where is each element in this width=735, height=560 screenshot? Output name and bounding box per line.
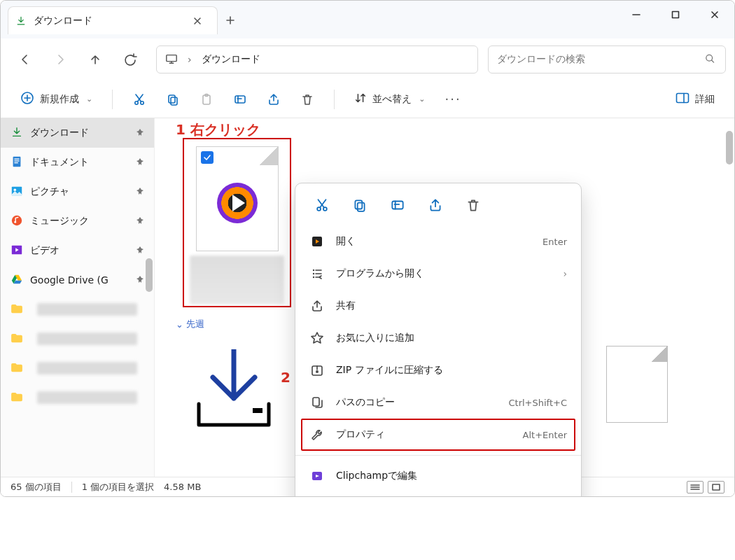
rename-button[interactable] — [226, 87, 254, 112]
status-size: 4.58 MB — [164, 482, 201, 492]
selected-file[interactable] — [183, 138, 291, 307]
sidebar-item-downloads[interactable]: ダウンロード — [1, 118, 154, 148]
context-cut-button[interactable] — [308, 193, 336, 217]
context-item-open[interactable]: 開く Enter — [295, 225, 581, 258]
sidebar-item-folder[interactable] — [1, 324, 154, 354]
chevron-down-icon: ⌄ — [86, 94, 92, 104]
sidebar-item-videos[interactable]: ビデオ — [1, 236, 154, 265]
wrench-icon — [309, 427, 325, 442]
selection-check-icon — [201, 151, 214, 164]
close-tab-button[interactable] — [188, 11, 207, 31]
context-item-label: 開く — [336, 235, 531, 248]
more-button[interactable]: ··· — [438, 87, 468, 112]
sidebar-item-folder[interactable] — [1, 354, 154, 383]
delete-button[interactable] — [293, 87, 321, 112]
group-header-last-week[interactable]: ⌄ 先週 — [176, 318, 204, 330]
svg-rect-0 — [673, 12, 679, 18]
redacted-label — [37, 332, 137, 345]
back-button[interactable] — [9, 46, 41, 74]
cut-button[interactable] — [125, 87, 153, 112]
separator — [295, 455, 581, 456]
context-copy-button[interactable] — [346, 193, 374, 217]
sidebar-item-music[interactable]: ミュージック — [1, 206, 154, 236]
sort-label: 並べ替え — [372, 93, 412, 106]
context-item-zip[interactable]: ZIP ファイルに圧縮する — [295, 354, 581, 386]
svg-rect-27 — [392, 202, 402, 209]
share-button[interactable] — [260, 87, 288, 112]
folder-icon — [10, 363, 23, 374]
address-bar[interactable]: › ダウンロード — [156, 46, 478, 74]
content-scrollbar[interactable] — [726, 131, 733, 164]
folder-icon — [10, 392, 23, 404]
context-item-onedrive[interactable]: OneDrive › — [295, 492, 581, 497]
separator — [334, 90, 335, 109]
generic-file-icon[interactable] — [606, 346, 668, 423]
context-item-copy-path[interactable]: パスのコピー Ctrl+Shift+C — [295, 386, 581, 419]
up-button[interactable] — [79, 46, 111, 74]
copy-button[interactable] — [159, 87, 187, 112]
minimize-button[interactable] — [617, 1, 656, 29]
breadcrumb-separator: › — [188, 54, 192, 65]
close-window-button[interactable] — [695, 1, 734, 29]
sidebar-item-pictures[interactable]: ピクチャ — [1, 177, 154, 206]
details-label: 詳細 — [695, 93, 715, 106]
pin-icon — [136, 127, 144, 139]
context-item-clipchamp[interactable]: Clipchampで編集 — [295, 460, 581, 492]
svg-rect-15 — [14, 162, 18, 162]
svg-rect-21 — [253, 408, 262, 413]
context-delete-button[interactable] — [459, 193, 487, 217]
forward-button[interactable] — [44, 46, 76, 74]
pin-icon — [136, 186, 144, 197]
redacted-label — [37, 391, 137, 404]
context-item-share[interactable]: 共有 — [295, 290, 581, 322]
sidebar-scrollbar[interactable] — [146, 258, 153, 292]
window-controls — [617, 1, 734, 29]
view-details-button[interactable] — [687, 481, 704, 493]
sidebar-item-label: Google Drive (G — [30, 274, 108, 286]
sidebar-item-folder[interactable] — [1, 295, 154, 324]
tab-downloads[interactable]: ダウンロード — [8, 6, 218, 34]
sidebar-item-label: ダウンロード — [30, 127, 89, 139]
plus-circle-icon — [20, 91, 34, 107]
context-item-properties[interactable]: プロパティ Alt+Enter — [301, 419, 575, 451]
svg-rect-10 — [235, 96, 245, 103]
view-thumbnails-button[interactable] — [708, 481, 724, 493]
svg-point-30 — [313, 273, 314, 274]
sidebar-item-documents[interactable]: ドキュメント — [1, 148, 154, 177]
context-item-label: プログラムから開く — [336, 267, 552, 280]
annotation-1: 1 右クリック — [176, 120, 260, 139]
sidebar-item-label: ビデオ — [30, 244, 59, 257]
search-box[interactable]: ダウンロードの検索 — [488, 46, 726, 74]
folder-icon — [10, 333, 23, 345]
play-square-icon — [309, 234, 325, 249]
new-tab-button[interactable] — [218, 6, 243, 34]
sidebar-item-label: ピクチャ — [30, 186, 69, 198]
context-rename-button[interactable] — [384, 193, 412, 217]
svg-point-19 — [14, 220, 16, 223]
zip-icon — [309, 363, 325, 378]
sort-button[interactable]: 並べ替え ⌄ — [347, 87, 432, 112]
new-button[interactable]: 新規作成 ⌄ — [13, 87, 99, 112]
pictures-icon — [10, 185, 23, 200]
sidebar-item-folder[interactable] — [1, 383, 154, 412]
paste-button[interactable] — [192, 87, 220, 112]
refresh-button[interactable] — [114, 46, 146, 74]
details-pane-button[interactable]: 詳細 — [668, 87, 722, 112]
sidebar-item-gdrive[interactable]: Google Drive (G — [1, 265, 154, 295]
svg-rect-6 — [169, 95, 175, 103]
svg-point-18 — [12, 215, 22, 225]
file-explorer-window: ダウンロード › ダウンロード ダウンロードの検索 — [0, 0, 735, 497]
breadcrumb-current[interactable]: ダウンロード — [202, 53, 260, 66]
file-thumbnail — [196, 146, 279, 251]
search-icon — [704, 53, 715, 66]
svg-point-29 — [313, 270, 314, 271]
redacted-label — [37, 362, 137, 374]
context-item-open-with[interactable]: プログラムから開く › — [295, 258, 581, 290]
context-item-label: ZIP ファイルに圧縮する — [336, 364, 567, 377]
maximize-button[interactable] — [656, 1, 695, 29]
context-item-favorite[interactable]: お気に入りに追加 — [295, 322, 581, 354]
context-item-label: Clipchampで編集 — [336, 470, 567, 482]
context-share-button[interactable] — [421, 193, 449, 217]
annotation-2: 2 — [281, 369, 290, 386]
clipchamp-icon — [309, 468, 325, 484]
